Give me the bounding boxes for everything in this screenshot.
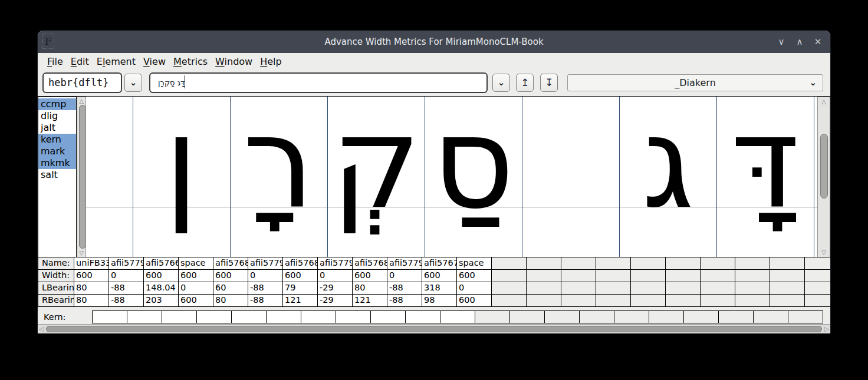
script-dropdown-button[interactable]: ⌄: [124, 74, 142, 92]
kern-cell-empty[interactable]: [579, 310, 614, 323]
metrics-cell-empty[interactable]: [596, 257, 631, 270]
kern-cell-empty[interactable]: [753, 310, 788, 323]
metrics-cell[interactable]: 80: [213, 294, 248, 307]
metrics-cell[interactable]: afii57666: [143, 257, 179, 270]
metrics-cell[interactable]: 600: [178, 269, 213, 282]
glyph-cell[interactable]: רָ: [230, 100, 327, 226]
kern-cell[interactable]: [301, 310, 336, 323]
kern-cell[interactable]: [336, 310, 371, 323]
kern-cell-empty[interactable]: [649, 310, 684, 323]
metrics-cell-empty[interactable]: [770, 294, 805, 307]
metrics-cell-empty[interactable]: [665, 269, 701, 282]
glyph-cell[interactable]: ג: [619, 100, 716, 226]
text-dropdown-button[interactable]: ⌄: [492, 74, 510, 92]
metrics-cell[interactable]: 98: [422, 294, 457, 307]
metrics-cell[interactable]: 600: [143, 269, 179, 282]
metrics-cell-empty[interactable]: [526, 282, 561, 295]
metrics-cell[interactable]: afii57798: [248, 257, 283, 270]
metrics-cell-empty[interactable]: [596, 269, 631, 282]
metrics-cell-empty[interactable]: [665, 282, 701, 295]
menu-item-help[interactable]: Help: [257, 54, 285, 70]
menu-item-element[interactable]: Element: [93, 54, 139, 70]
horizontal-scrollbar[interactable]: ◁ ▷: [38, 324, 830, 333]
metrics-cell-empty[interactable]: [735, 282, 770, 295]
metrics-cell[interactable]: afii57688: [352, 257, 387, 270]
metrics-cell-empty[interactable]: [596, 282, 631, 295]
metrics-cell-empty[interactable]: [804, 269, 830, 282]
metrics-cell[interactable]: afii57687: [282, 257, 318, 270]
metrics-cell-empty[interactable]: [561, 282, 596, 295]
metrics-cell-empty[interactable]: [735, 257, 770, 270]
feature-item-salt[interactable]: salt: [38, 169, 76, 181]
metrics-cell[interactable]: 600: [74, 269, 109, 282]
metrics-cell-empty[interactable]: [561, 257, 596, 270]
lower-glyph-button[interactable]: ↧: [540, 74, 558, 92]
kern-cell-empty[interactable]: [614, 310, 649, 323]
scroll-right-icon[interactable]: ▷: [824, 325, 829, 333]
metrics-cell-empty[interactable]: [491, 269, 527, 282]
kern-cell-empty[interactable]: [475, 310, 510, 323]
feature-item-jalt[interactable]: jalt: [38, 122, 76, 134]
kern-cell[interactable]: [196, 310, 232, 323]
kern-cell[interactable]: [127, 310, 162, 323]
scrollbar-thumb[interactable]: [79, 105, 86, 249]
script-lang-input[interactable]: hebr{dflt}: [42, 72, 122, 93]
metrics-cell-empty[interactable]: [735, 294, 770, 307]
metrics-cell-empty[interactable]: [735, 269, 770, 282]
metrics-cell[interactable]: -29: [317, 294, 353, 307]
titlebar[interactable]: F Advance Width Metrics For MiriamMonoCL…: [38, 31, 830, 53]
metrics-cell[interactable]: afii57679: [422, 257, 457, 270]
metrics-cell[interactable]: space: [178, 257, 213, 270]
metrics-cell-empty[interactable]: [561, 294, 596, 307]
metrics-cell-empty[interactable]: [804, 257, 830, 270]
metrics-cell[interactable]: 600: [456, 294, 492, 307]
scroll-down-icon[interactable]: ▽: [818, 249, 830, 256]
metrics-cell[interactable]: 80: [74, 282, 109, 295]
kern-cell[interactable]: [162, 310, 197, 323]
metrics-cell[interactable]: 0: [317, 269, 353, 282]
kern-cell-empty[interactable]: [718, 310, 754, 323]
metrics-cell[interactable]: 600: [456, 269, 492, 282]
scroll-up-icon[interactable]: △: [818, 98, 830, 105]
feature-item-kern[interactable]: kern: [38, 134, 76, 146]
metrics-cell[interactable]: 121: [352, 294, 387, 307]
metrics-cell-empty[interactable]: [526, 257, 561, 270]
metrics-cell[interactable]: 318: [422, 282, 457, 295]
metrics-cell-empty[interactable]: [491, 282, 527, 295]
feature-item-mark[interactable]: mark: [38, 146, 76, 157]
minimize-icon[interactable]: ∨: [776, 37, 787, 47]
metrics-cell[interactable]: 600: [213, 269, 248, 282]
metrics-cell-empty[interactable]: [630, 257, 666, 270]
feature-item-dlig[interactable]: dlig: [38, 110, 76, 122]
kern-cell[interactable]: [440, 310, 475, 323]
scrollbar-thumb[interactable]: [46, 326, 822, 332]
metrics-cell[interactable]: 203: [143, 294, 179, 307]
metrics-cell-empty[interactable]: [630, 294, 666, 307]
metrics-cell-empty[interactable]: [630, 282, 666, 295]
metrics-cell[interactable]: space: [456, 257, 492, 270]
metrics-cell-empty[interactable]: [526, 294, 561, 307]
metrics-cell[interactable]: 600: [422, 269, 457, 282]
maximize-icon[interactable]: ∧: [794, 37, 805, 47]
kern-cell[interactable]: [405, 310, 440, 323]
metrics-cell-empty[interactable]: [700, 282, 735, 295]
lookup-subtable-select[interactable]: _Diakern ⌄: [567, 74, 823, 91]
metrics-cell[interactable]: 0: [387, 269, 422, 282]
glyph-cell[interactable]: דָּ: [716, 100, 814, 226]
metrics-cell[interactable]: -88: [108, 294, 144, 307]
scrollbar-thumb[interactable]: [820, 134, 828, 199]
scroll-up-icon[interactable]: △: [77, 98, 86, 104]
kern-cell-empty[interactable]: [788, 310, 823, 323]
scroll-down-icon[interactable]: ▽: [77, 250, 86, 256]
feature-item-mkmk[interactable]: mkmk: [38, 157, 76, 169]
metrics-cell[interactable]: 0: [178, 282, 213, 295]
metrics-cell[interactable]: -88: [248, 282, 283, 295]
kern-cell-empty[interactable]: [544, 310, 580, 323]
metrics-cell[interactable]: 0: [456, 282, 492, 295]
raise-glyph-button[interactable]: ↥: [516, 74, 534, 92]
close-icon[interactable]: ✕: [813, 37, 823, 47]
glyph-area-scrollbar[interactable]: △ ▽: [817, 97, 830, 257]
metrics-cell-empty[interactable]: [630, 269, 666, 282]
metrics-cell-empty[interactable]: [804, 294, 830, 307]
sample-text-input[interactable]: דָּג סַקְרָן: [149, 72, 488, 93]
